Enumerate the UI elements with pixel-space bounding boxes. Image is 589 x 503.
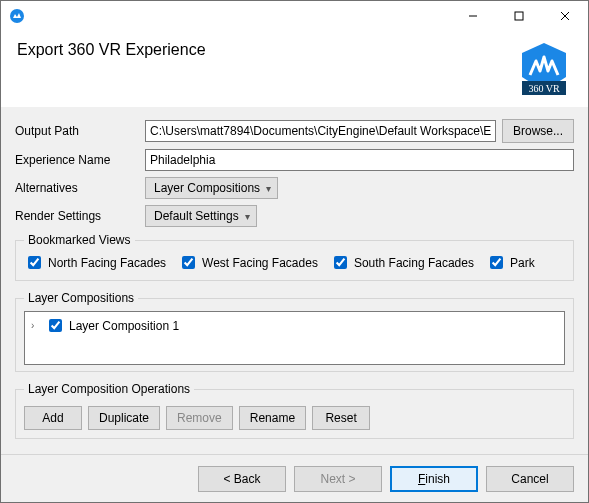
next-button: Next > [294,466,382,492]
layer-compositions-group: Layer Compositions › Layer Composition 1 [15,291,574,372]
dialog-content: Output Path Browse... Experience Name Al… [1,107,588,454]
bookmark-check-north[interactable]: North Facing Facades [24,253,166,272]
dialog-title: Export 360 VR Experience [17,41,516,59]
bookmarked-views-group: Bookmarked Views North Facing Facades We… [15,233,574,281]
bookmark-check-park[interactable]: Park [486,253,535,272]
bookmarked-views-legend: Bookmarked Views [24,233,135,247]
composition-item-label: Layer Composition 1 [69,319,179,333]
layer-compositions-list[interactable]: › Layer Composition 1 [24,311,565,365]
checkbox[interactable] [28,256,41,269]
close-button[interactable] [542,1,588,31]
render-settings-select[interactable]: Default Settings ▾ [145,205,257,227]
checkbox[interactable] [182,256,195,269]
minimize-button[interactable] [450,1,496,31]
list-item[interactable]: › Layer Composition 1 [31,316,179,335]
checkbox[interactable] [490,256,503,269]
experience-name-label: Experience Name [15,153,145,167]
back-button[interactable]: < Back [198,466,286,492]
remove-button: Remove [166,406,233,430]
duplicate-button[interactable]: Duplicate [88,406,160,430]
bookmark-label: South Facing Facades [354,256,474,270]
output-path-input[interactable] [145,120,496,142]
svg-text:360 VR: 360 VR [528,83,560,94]
experience-name-input[interactable] [145,149,574,171]
bookmark-label: West Facing Facades [202,256,318,270]
add-button[interactable]: Add [24,406,82,430]
chevron-down-icon: ▾ [245,211,250,222]
vr-badge-icon: 360 VR [516,41,572,100]
bookmark-check-west[interactable]: West Facing Facades [178,253,318,272]
checkbox[interactable] [49,319,62,332]
render-settings-label: Render Settings [15,209,145,223]
expand-caret-icon[interactable]: › [31,320,41,331]
layer-compositions-legend: Layer Compositions [24,291,138,305]
svg-rect-2 [515,12,523,20]
browse-button[interactable]: Browse... [502,119,574,143]
cancel-button[interactable]: Cancel [486,466,574,492]
alternatives-label: Alternatives [15,181,145,195]
layer-composition-ops-group: Layer Composition Operations Add Duplica… [15,382,574,439]
dialog-window: Export 360 VR Experience 360 VR Output P… [0,0,589,503]
alternatives-select[interactable]: Layer Compositions ▾ [145,177,278,199]
output-path-label: Output Path [15,124,145,138]
checkbox[interactable] [334,256,347,269]
app-icon [9,8,25,24]
alternatives-value: Layer Compositions [154,181,260,195]
bookmark-label: Park [510,256,535,270]
rename-button[interactable]: Rename [239,406,306,430]
finish-text: inish [425,472,450,486]
maximize-button[interactable] [496,1,542,31]
dialog-header: Export 360 VR Experience 360 VR [1,31,588,107]
dialog-footer: < Back Next > Finish Cancel [1,454,588,502]
bookmark-check-south[interactable]: South Facing Facades [330,253,474,272]
reset-button[interactable]: Reset [312,406,370,430]
ops-legend: Layer Composition Operations [24,382,194,396]
render-settings-value: Default Settings [154,209,239,223]
svg-point-0 [10,9,24,23]
titlebar [1,1,588,31]
chevron-down-icon: ▾ [266,183,271,194]
finish-button[interactable]: Finish [390,466,478,492]
bookmark-label: North Facing Facades [48,256,166,270]
